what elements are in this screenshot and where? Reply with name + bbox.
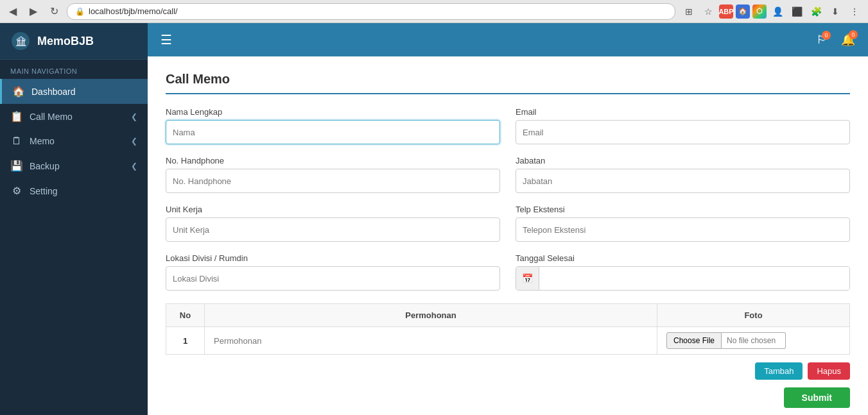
notification-badge: 0 bbox=[849, 30, 858, 39]
form-group-telp: Telp Ekstensi bbox=[516, 205, 850, 242]
flag-badge: 0 bbox=[822, 31, 831, 40]
browser-bar: ◀ ▶ ↻ 🔒 localhost/bjb/memo/call/ ⊞ ☆ ABP… bbox=[0, 0, 868, 23]
permohonan-input[interactable] bbox=[214, 336, 648, 346]
unit-label: Unit Kerja bbox=[166, 205, 500, 214]
sidebar-backup-label: Backup bbox=[30, 161, 125, 171]
content-area: Call Memo Nama Lengkap Email No. Handpho… bbox=[148, 56, 868, 415]
page-title: Call Memo bbox=[166, 72, 850, 94]
lokasi-label: Lokasi Divisi / Rumdin bbox=[166, 253, 500, 263]
forward-button[interactable]: ▶ bbox=[26, 4, 41, 19]
main-content: Call Memo Nama Lengkap Email No. Handpho… bbox=[148, 56, 868, 415]
address-bar[interactable]: 🔒 localhost/bjb/memo/call/ bbox=[67, 3, 675, 20]
form-row-4: Lokasi Divisi / Rumdin Tanggal Selesai 📅 bbox=[166, 253, 850, 291]
tanggal-input[interactable] bbox=[539, 267, 849, 290]
file-input-container: Choose File No file chosen bbox=[666, 332, 840, 349]
submit-button[interactable]: Submit bbox=[784, 387, 850, 408]
hamburger-button[interactable]: ☰ bbox=[158, 30, 175, 50]
sidebar-item-backup[interactable]: 💾 Backup ❮ bbox=[0, 153, 148, 178]
dashboard-icon: 🏠 bbox=[12, 85, 25, 97]
sidebar-memo-label: Memo bbox=[30, 136, 125, 146]
refresh-button[interactable]: ↻ bbox=[46, 4, 62, 19]
form-group-email: Email bbox=[516, 107, 850, 144]
permohonan-table: No Permohonan Foto 1 bbox=[166, 303, 850, 355]
nama-label: Nama Lengkap bbox=[166, 107, 500, 117]
form-row-1: Nama Lengkap Email bbox=[166, 107, 850, 144]
sidebar-item-call-memo[interactable]: 📋 Call Memo ❮ bbox=[0, 104, 148, 129]
hp-label: No. Handphone bbox=[166, 156, 500, 165]
sidebar-logo: 🏦 MemoBJB bbox=[0, 23, 148, 60]
col-permohonan: Permohonan bbox=[205, 304, 657, 327]
browser-actions: ⊞ ☆ ABP 🏠 ⬡ 👤 ⬛ 🧩 ⬇ ⋮ bbox=[681, 3, 863, 20]
url-text: localhost/bjb/memo/call/ bbox=[89, 6, 178, 16]
extension2-icon[interactable]: ⬡ bbox=[752, 4, 767, 19]
tambah-button[interactable]: Tambah bbox=[755, 362, 803, 380]
action-buttons-row: Tambah Hapus bbox=[166, 362, 850, 380]
sidebar-item-setting[interactable]: ⚙ Setting bbox=[0, 178, 148, 203]
flag-button[interactable]: 🏳 0 bbox=[814, 31, 831, 49]
form-group-lokasi: Lokasi Divisi / Rumdin bbox=[166, 253, 500, 291]
top-header: ☰ 🏳 0 🔔 0 bbox=[148, 23, 868, 56]
call-memo-icon: 📋 bbox=[10, 110, 23, 123]
star-icon[interactable]: ☆ bbox=[700, 3, 716, 20]
lock-icon: 🔒 bbox=[75, 7, 85, 16]
form-group-jabatan: Jabatan bbox=[516, 156, 850, 193]
email-label: Email bbox=[516, 107, 850, 117]
back-button[interactable]: ◀ bbox=[5, 4, 21, 19]
form-row-3: Unit Kerja Telp Ekstensi bbox=[166, 205, 850, 242]
foto-cell: Choose File No file chosen bbox=[657, 327, 850, 355]
puzzle-icon[interactable]: 🧩 bbox=[808, 3, 824, 20]
calendar-icon[interactable]: 📅 bbox=[516, 267, 539, 290]
logo-icon: 🏦 bbox=[10, 31, 31, 51]
svg-text:🏦: 🏦 bbox=[15, 36, 27, 47]
notification-button[interactable]: 🔔 0 bbox=[838, 30, 858, 49]
form-group-tanggal: Tanggal Selesai 📅 bbox=[516, 253, 850, 291]
form-group-hp: No. Handphone bbox=[166, 156, 500, 193]
choose-file-button[interactable]: Choose File bbox=[666, 332, 722, 349]
nama-input[interactable] bbox=[166, 120, 500, 144]
sidebar-setting-label: Setting bbox=[30, 186, 137, 196]
lokasi-input[interactable] bbox=[166, 266, 500, 291]
profile-icon[interactable]: 👤 bbox=[769, 3, 786, 20]
app-container: 🏦 MemoBJB MAIN NAVIGATION 🏠 Dashboard 📋 … bbox=[0, 23, 868, 415]
telp-input[interactable] bbox=[516, 217, 850, 242]
sidebar-item-dashboard[interactable]: 🏠 Dashboard bbox=[0, 79, 148, 104]
tanggal-label: Tanggal Selesai bbox=[516, 253, 850, 263]
table-row: 1 Choose File No file chosen bbox=[166, 327, 850, 355]
jabatan-label: Jabatan bbox=[516, 156, 850, 165]
chevron-right-icon3: ❮ bbox=[131, 162, 137, 171]
form-group-unit: Unit Kerja bbox=[166, 205, 500, 242]
form-row-2: No. Handphone Jabatan bbox=[166, 156, 850, 193]
form-group-nama: Nama Lengkap bbox=[166, 107, 500, 144]
extension1-icon[interactable]: 🏠 bbox=[736, 4, 750, 19]
file-no-chosen-text: No file chosen bbox=[722, 332, 786, 349]
col-foto: Foto bbox=[657, 304, 850, 327]
download-icon[interactable]: ⬇ bbox=[827, 3, 844, 20]
row-number: 1 bbox=[166, 327, 205, 355]
submit-row: Submit bbox=[166, 387, 850, 408]
jabatan-input[interactable] bbox=[516, 169, 850, 193]
chevron-right-icon2: ❮ bbox=[131, 137, 137, 146]
date-input-wrap: 📅 bbox=[516, 266, 850, 291]
setting-icon: ⚙ bbox=[10, 185, 23, 197]
backup-icon: 💾 bbox=[10, 160, 23, 172]
col-no: No bbox=[166, 304, 205, 327]
app-name: MemoBJB bbox=[37, 35, 94, 48]
adblock-icon[interactable]: ABP bbox=[719, 4, 733, 19]
sidebar-dashboard-label: Dashboard bbox=[31, 87, 137, 97]
permohonan-cell bbox=[205, 327, 657, 355]
telp-label: Telp Ekstensi bbox=[516, 205, 850, 214]
sidebar-item-memo[interactable]: 🗒 Memo ❮ bbox=[0, 129, 148, 153]
sidebar: 🏦 MemoBJB MAIN NAVIGATION 🏠 Dashboard 📋 … bbox=[0, 23, 148, 415]
extension3-icon[interactable]: ⬛ bbox=[788, 3, 805, 20]
email-input[interactable] bbox=[516, 120, 850, 144]
table-section: No Permohonan Foto 1 bbox=[166, 303, 850, 408]
chevron-right-icon: ❮ bbox=[131, 112, 137, 121]
hp-input[interactable] bbox=[166, 169, 500, 193]
menu-icon[interactable]: ⋮ bbox=[846, 3, 863, 20]
unit-input[interactable] bbox=[166, 217, 500, 242]
sidebar-call-memo-label: Call Memo bbox=[30, 112, 125, 122]
memo-icon: 🗒 bbox=[10, 135, 23, 147]
sidebar-section-label: MAIN NAVIGATION bbox=[0, 60, 148, 79]
hapus-button[interactable]: Hapus bbox=[808, 362, 850, 380]
screenshot-icon[interactable]: ⊞ bbox=[681, 3, 697, 20]
